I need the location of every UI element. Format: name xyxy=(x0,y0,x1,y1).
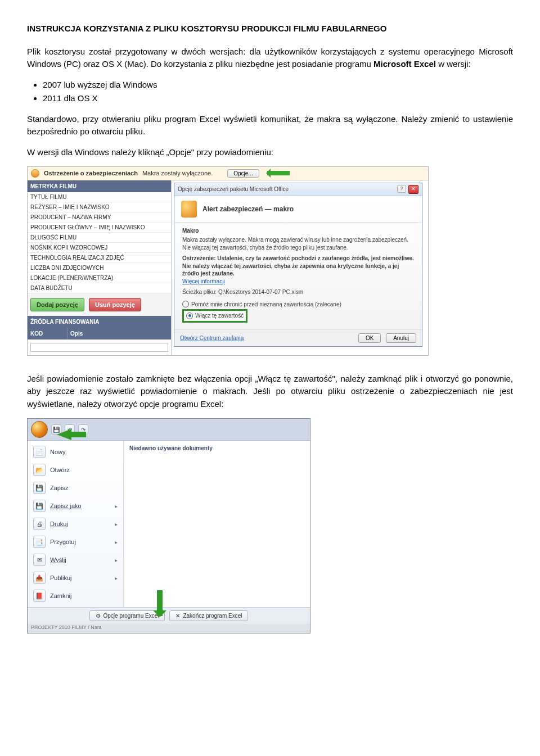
dialog-heading: Alert zabezpieczeń — makro xyxy=(202,204,294,214)
shield-icon xyxy=(31,169,39,178)
open-icon: 📂 xyxy=(33,464,46,476)
field-label: PRODUCENT GŁÓWNY – IMIĘ I NAZWISKO xyxy=(28,223,171,233)
trust-center-link[interactable]: Otwórz Centrum zaufania xyxy=(180,334,244,342)
menu-print[interactable]: 🖨Drukuj▸ xyxy=(28,515,123,533)
office-menu-commands: 📄Nowy 📂Otwórz 💾Zapisz 💾Zapisz jako▸ 🖨Dru… xyxy=(28,441,123,607)
radio-protect[interactable] xyxy=(182,301,189,307)
highlight-box: Włącz tę zawartość xyxy=(182,309,248,323)
security-options-dialog: Opcje zabezpieczeń pakietu Microsoft Off… xyxy=(174,183,422,347)
section-header-metryka: METRYKA FILMU xyxy=(28,180,171,192)
shield-icon xyxy=(181,201,197,218)
publish-icon: 📤 xyxy=(33,572,46,584)
add-item-button[interactable]: Dodaj pozycję xyxy=(30,298,84,311)
warning-label: Ostrzeżenie o zabezpieczeniach xyxy=(44,169,138,178)
office-menu-footer: ⚙Opcje programu Excel ✕Zakończ program E… xyxy=(28,607,310,624)
dialog-text: Makra zostały wyłączone. Makra mogą zawi… xyxy=(182,236,414,251)
file-path-value: Q:\Kosztorys 2014-07-07 PC.xlsm xyxy=(218,289,303,295)
chevron-right-icon: ▸ xyxy=(115,538,118,546)
arrow-annotation-icon xyxy=(267,171,290,175)
menu-prepare[interactable]: 📑Przygotuj▸ xyxy=(28,533,123,551)
empty-cell xyxy=(30,343,168,352)
send-icon: ✉ xyxy=(33,554,46,566)
close-icon[interactable]: ✕ xyxy=(408,185,418,194)
dialog-warning-text: Ostrzeżenie: Ustalenie, czy ta zawartość… xyxy=(182,255,414,278)
title-qat-row: 💾 ↶ ↷ xyxy=(28,419,310,441)
menu-send[interactable]: ✉Wyślij▸ xyxy=(28,551,123,569)
intro-paragraph-1: Plik kosztorysu został przygotowany w dw… xyxy=(27,46,513,71)
more-info-link[interactable]: Więcej informacji xyxy=(182,278,225,284)
table-header-row: KOD Opis xyxy=(28,328,171,339)
chevron-right-icon: ▸ xyxy=(115,556,118,564)
intro-paragraph-2: Standardowo, przy otwieraniu pliku progr… xyxy=(27,113,513,138)
save-icon: 💾 xyxy=(33,482,46,494)
field-label: LOKACJE (PLENER/WNĘTRZA) xyxy=(28,273,171,283)
field-label: REŻYSER – IMIĘ I NAZWISKO xyxy=(28,202,171,212)
prepare-icon: 📑 xyxy=(33,536,46,548)
recent-documents-panel: Niedawno używane dokumenty xyxy=(123,441,310,607)
exit-excel-button[interactable]: ✕Zakończ program Excel xyxy=(169,610,248,621)
menu-close[interactable]: 📕Zamknij xyxy=(28,587,123,605)
delete-item-button[interactable]: Usuń pozycję xyxy=(89,298,141,311)
col-kod: KOD xyxy=(28,328,67,339)
field-label: PRODUCENT – NAZWA FIRMY xyxy=(28,212,171,223)
menu-publish[interactable]: 📤Publikuj▸ xyxy=(28,569,123,587)
requirements-list: 2007 lub wyższej dla Windows 2011 dla OS… xyxy=(43,79,513,105)
options-button[interactable]: Opcje... xyxy=(227,169,259,178)
list-item: 2007 lub wyższej dla Windows xyxy=(43,79,513,92)
section-header-zrodla: ŹRÓDŁA FINANSOWANIA xyxy=(28,316,171,328)
col-opis: Opis xyxy=(67,328,171,339)
dialog-titlebar: Opcje zabezpieczeń pakietu Microsoft Off… xyxy=(174,183,422,196)
worksheet-panel: METRYKA FILMU TYTUŁ FILMU REŻYSER – IMIĘ… xyxy=(28,180,172,355)
menu-open[interactable]: 📂Otwórz xyxy=(28,461,123,479)
intro-paragraph-3: W wersji dla Windows należy kliknąć „Opc… xyxy=(27,146,513,159)
radio-enable[interactable] xyxy=(186,313,193,319)
menu-save-as[interactable]: 💾Zapisz jako▸ xyxy=(28,497,123,515)
save-as-icon: 💾 xyxy=(33,500,46,512)
menu-save[interactable]: 💾Zapisz xyxy=(28,479,123,497)
field-label: TYTUŁ FILMU xyxy=(28,192,171,202)
chevron-right-icon: ▸ xyxy=(115,502,118,510)
screenshot-security-dialog: Ostrzeżenie o zabezpieczeniach Makra zos… xyxy=(27,166,429,356)
field-label: NOŚNIK KOPII WZORCOWEJ xyxy=(28,243,171,253)
print-icon: 🖨 xyxy=(33,518,46,530)
middle-paragraph: Jeśli powiadomienie zostało zamknięte be… xyxy=(27,373,513,411)
field-label: DATA BUDŻETU xyxy=(28,283,171,293)
gear-icon: ⚙ xyxy=(96,613,101,619)
field-labels-list: TYTUŁ FILMU REŻYSER – IMIĘ I NAZWISKO PR… xyxy=(28,192,171,293)
menu-new[interactable]: 📄Nowy xyxy=(28,443,123,461)
ok-button[interactable]: OK xyxy=(358,333,381,343)
arrow-annotation-icon xyxy=(157,590,163,616)
help-icon[interactable]: ? xyxy=(397,185,406,193)
warning-text: Makra zostały wyłączone. xyxy=(142,169,213,178)
office-orb-icon[interactable] xyxy=(31,421,48,438)
page-title: INSTRUKCJA KORZYSTANIA Z PLIKU KOSZTORYS… xyxy=(27,22,513,35)
list-item: 2011 dla OS X xyxy=(43,92,513,105)
screenshot-office-menu: 💾 ↶ ↷ 📄Nowy 📂Otwórz 💾Zapisz 💾Zapisz jako… xyxy=(27,418,310,633)
recent-label: Niedawno używane dokumenty xyxy=(129,444,304,452)
field-label: TECHNOLOGIA REALIZACJI ZDJĘĆ xyxy=(28,253,171,263)
new-icon: 📄 xyxy=(33,446,46,458)
chevron-right-icon: ▸ xyxy=(115,520,118,528)
radio-enable-label: Włącz tę zawartość xyxy=(195,312,244,320)
radio-protect-label: Pomóż mnie chronić przed nieznaną zawart… xyxy=(191,301,341,309)
cancel-button[interactable]: Anuluj xyxy=(386,333,416,343)
file-path-label: Ścieżka pliku: xyxy=(182,289,217,295)
makro-label: Makro xyxy=(182,227,414,235)
security-warning-bar: Ostrzeżenie o zabezpieczeniach Makra zos… xyxy=(28,167,428,180)
close-doc-icon: 📕 xyxy=(33,590,46,602)
field-label: DŁUGOŚĆ FILMU xyxy=(28,233,171,243)
arrow-annotation-icon xyxy=(51,429,71,440)
truncated-text: PROJEKTY 2010 FILMY / Nara xyxy=(28,624,310,633)
field-label: LICZBA DNI ZDJĘCIOWYCH xyxy=(28,263,171,273)
close-icon: ✕ xyxy=(176,613,180,619)
dialog-title: Opcje zabezpieczeń pakietu Microsoft Off… xyxy=(178,185,289,193)
chevron-right-icon: ▸ xyxy=(115,574,118,582)
